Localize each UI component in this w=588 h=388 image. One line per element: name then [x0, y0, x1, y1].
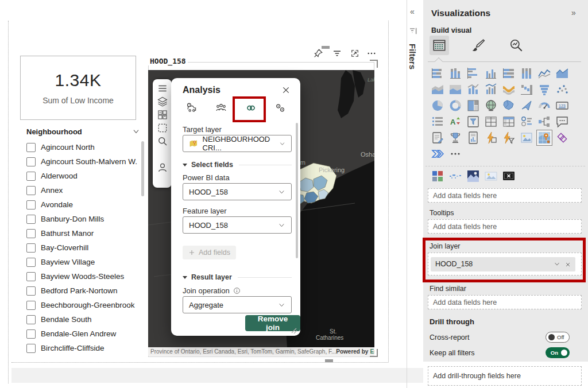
- tab-find-similar[interactable]: [274, 102, 286, 114]
- checkbox[interactable]: [26, 258, 36, 267]
- filter-visual-icon[interactable]: [332, 48, 342, 59]
- visual-icon-stacked-column-chart[interactable]: [446, 65, 464, 82]
- visual-icon-smart-narrative[interactable]: [428, 130, 446, 146]
- visual-icon-custom-visual-purple[interactable]: [553, 130, 571, 146]
- menu-icon[interactable]: [157, 83, 168, 94]
- visual-icon-pie-chart[interactable]: [428, 98, 446, 114]
- visual-icon-100-stacked-area-chart[interactable]: [446, 82, 464, 98]
- focus-mode-icon[interactable]: [350, 48, 360, 59]
- checkbox[interactable]: [26, 143, 36, 152]
- tooltips-well[interactable]: Add data fields here: [428, 219, 582, 234]
- visual-icon-slicer[interactable]: [464, 114, 482, 130]
- visual-icon-azure-map[interactable]: [517, 98, 535, 114]
- checkbox[interactable]: [26, 301, 36, 310]
- dialog-resize-handle[interactable]: [291, 327, 297, 334]
- filters-collapse-button[interactable]: «: [410, 7, 415, 16]
- keep-all-filters-toggle[interactable]: On: [546, 347, 570, 358]
- visual-icon-custom-image-dark-visual[interactable]: [464, 168, 482, 184]
- visual-icon-more-visuals[interactable]: [446, 146, 464, 162]
- visual-icon-100-stacked-column-chart[interactable]: [517, 65, 535, 82]
- slicer-item[interactable]: Bay-Cloverhill: [26, 240, 141, 255]
- slicer-header[interactable]: Neighbourhood: [26, 127, 139, 136]
- tab-analytics[interactable]: [506, 36, 526, 55]
- visual-icon-card[interactable]: 123: [553, 98, 571, 114]
- tab-demographics[interactable]: [215, 102, 227, 114]
- layers-icon[interactable]: [157, 96, 168, 107]
- visual-icon-decomposition-tree[interactable]: [535, 114, 553, 130]
- filters-pane-icon[interactable]: [409, 26, 418, 36]
- visual-icon-scatter-chart[interactable]: [553, 82, 571, 98]
- visual-icon-waterfall-chart[interactable]: [517, 82, 535, 98]
- slicer-item[interactable]: Alderwood: [26, 169, 141, 183]
- slicer-item[interactable]: Bendale South: [26, 312, 141, 327]
- visual-icon-clustered-bar-chart[interactable]: [464, 65, 482, 82]
- pin-visual-icon[interactable]: [313, 48, 323, 59]
- add-fields-button[interactable]: Add fields: [183, 246, 236, 259]
- person-icon[interactable]: [157, 162, 168, 173]
- search-icon[interactable]: [157, 135, 168, 147]
- visual-icon-stacked-area-chart[interactable]: [428, 82, 446, 98]
- slicer-item[interactable]: Agincourt North: [26, 140, 141, 154]
- remove-field-icon[interactable]: [565, 261, 571, 267]
- visual-icon-funnel-chart[interactable]: [535, 82, 553, 98]
- analysis-icon[interactable]: [157, 149, 168, 160]
- slicer-item[interactable]: Bayview Village: [26, 255, 141, 269]
- pane-expand-button[interactable]: »: [571, 8, 576, 17]
- card-visual[interactable]: 1.34K Sum of Low Income: [20, 56, 136, 120]
- slicer-item[interactable]: Bedford Park-Nortown: [26, 284, 141, 298]
- slicer-item[interactable]: Bayview Woods-Steeles: [26, 269, 141, 284]
- checkbox[interactable]: [26, 215, 36, 224]
- visual-icon-custom-image-light-visual[interactable]: [482, 168, 500, 184]
- powerbi-data-dropdown[interactable]: HOOD_158: [183, 183, 292, 200]
- drill-through-well[interactable]: Add drill-through fields here: [428, 366, 582, 386]
- tab-build-visual[interactable]: [430, 36, 449, 55]
- checkbox[interactable]: [26, 344, 36, 353]
- visual-icon-treemap[interactable]: [464, 98, 482, 114]
- visual-icon-custom-x-visual[interactable]: [500, 168, 517, 184]
- checkbox[interactable]: [26, 286, 36, 296]
- visual-icon-table[interactable]: [482, 114, 500, 130]
- chevron-down-icon[interactable]: [554, 261, 560, 267]
- checkbox[interactable]: [26, 243, 36, 253]
- slicer-item[interactable]: Banbury-Don Mills: [26, 212, 141, 226]
- checkbox[interactable]: [26, 157, 36, 166]
- visual-icon-area-chart[interactable]: [553, 65, 571, 82]
- visual-icon-line-and-clustered-column-chart[interactable]: [482, 82, 500, 98]
- esri-link[interactable]: Esri: [370, 348, 374, 355]
- visual-icon-image-visual[interactable]: [517, 130, 535, 146]
- visual-icon-kpi[interactable]: A: [446, 114, 464, 130]
- visual-icon-power-apps[interactable]: [482, 130, 500, 146]
- visual-icon-ribbon-chart[interactable]: [500, 82, 517, 98]
- join-layer-well[interactable]: HOOD_158: [428, 253, 582, 276]
- info-icon[interactable]: [233, 287, 241, 294]
- join-operation-dropdown[interactable]: Aggregate: [183, 296, 292, 313]
- target-layer-dropdown[interactable]: NEIGHBOURHOOD CRI...: [183, 135, 292, 152]
- visual-icon-arcgis-maps[interactable]: [535, 130, 553, 146]
- visual-icon-clustered-column-chart[interactable]: [482, 65, 500, 82]
- checkbox[interactable]: [26, 272, 36, 281]
- more-options-icon[interactable]: [366, 48, 377, 59]
- visual-resize-corner-tr[interactable]: [370, 60, 378, 68]
- visual-icon-custom-grid-visual[interactable]: [428, 168, 446, 184]
- slicer-item[interactable]: Bendale-Glen Andrew: [26, 327, 141, 341]
- slicer-item[interactable]: Agincourt South-Malvern W.: [26, 154, 141, 169]
- visual-icon-multi-row-card[interactable]: [428, 114, 446, 130]
- checkbox[interactable]: [26, 172, 36, 181]
- visual-icon-filled-map[interactable]: [500, 98, 517, 114]
- visual-icon-line-and-stacked-column-chart[interactable]: [464, 82, 482, 98]
- slicer-item[interactable]: Beechborough-Greenbrook: [26, 298, 141, 312]
- checkbox[interactable]: [26, 229, 36, 238]
- checkbox[interactable]: [26, 315, 36, 324]
- select-fields-section[interactable]: Select fields: [183, 161, 292, 169]
- visual-icon-key-influencers[interactable]: [517, 114, 535, 130]
- dialog-scrollbar[interactable]: [296, 123, 298, 258]
- slicer-scrollbar[interactable]: [141, 141, 144, 196]
- basemap-icon[interactable]: [157, 109, 168, 121]
- slicer-item[interactable]: Birchcliffe-Cliffside: [26, 341, 141, 355]
- slicer-item[interactable]: Annex: [26, 183, 141, 197]
- join-layer-field-pill[interactable]: HOOD_158: [431, 257, 575, 271]
- close-icon[interactable]: [281, 86, 291, 95]
- checkbox[interactable]: [26, 329, 36, 339]
- slicer-item[interactable]: Bathurst Manor: [26, 226, 141, 240]
- visual-icon-map[interactable]: [482, 98, 500, 114]
